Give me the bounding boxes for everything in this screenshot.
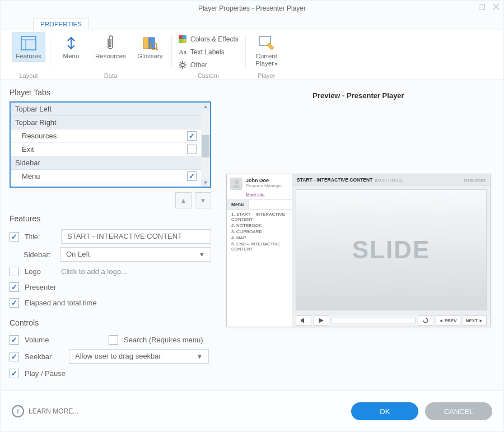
titlebar: Player Properties - Presenter Player [1,1,503,16]
preview-controls: ◄ PREV NEXT ► [292,314,490,327]
maximize-icon[interactable] [478,3,486,11]
list-item[interactable]: 1. START – INTERACTIVE CONTENT [231,212,287,222]
checkbox-resources[interactable] [187,131,197,141]
player-tabs-list[interactable]: Topbar Left Topbar Right Resources Exit [10,101,211,188]
scroll-thumb[interactable] [202,135,209,157]
prev-button[interactable]: ◄ PREV [436,315,460,326]
svg-point-15 [181,63,184,67]
seekbar-select[interactable]: Allow user to drag seekbar ▼ [69,349,209,364]
slide-placeholder: SLIDE [352,236,431,264]
glossary-button[interactable]: Glossary [133,32,167,62]
more-info-link[interactable]: More info [227,191,292,199]
menu-label: Menu [63,53,80,59]
sidebar-select[interactable]: On Left ▼ [60,247,211,262]
chevron-down-icon: ▼ [199,247,205,262]
ribbon: Features Layout Menu Resources [1,30,503,80]
current-player-button[interactable]: Current Player ▾ [250,32,283,69]
list-row-menu[interactable]: Menu [11,170,201,183]
move-up-button[interactable]: ▲ [175,192,192,208]
scroll-down-icon[interactable]: ▼ [201,179,210,187]
checkbox-elapsed[interactable] [10,298,19,308]
list-row-topbar-right[interactable]: Topbar Right [11,116,201,129]
preview-menu-tab[interactable]: Menu [227,200,249,209]
list-scrollbar[interactable]: ▲ ▼ [201,103,210,187]
logo-label: Logo [25,267,55,276]
preview-timecode: (00:10 / 00:10) [375,178,402,183]
wrench-icon [259,35,274,51]
ribbon-group-custom: Colors & Effects Aa Text Labels Other Cu… [171,30,245,80]
learn-more-label: LEARN MORE... [29,407,78,415]
move-down-button[interactable]: ▼ [195,192,211,208]
checkbox-seekbar[interactable] [10,352,19,361]
scroll-up-icon[interactable]: ▲ [201,103,210,110]
checkbox-title[interactable] [10,232,19,241]
next-button[interactable]: NEXT ► [463,315,487,326]
play-icon[interactable] [314,315,329,326]
checkbox-logo[interactable] [10,267,19,276]
volume-icon[interactable] [296,315,311,326]
resources-button[interactable]: Resources [91,32,130,62]
other-label: Other [190,61,207,69]
text-labels-label: Text Labels [190,48,225,56]
checkbox-menu[interactable] [187,171,197,181]
svg-line-22 [184,62,185,63]
paperclip-icon [102,35,118,51]
title-input[interactable] [61,229,211,244]
tabstrip: PROPERTIES [1,16,503,30]
menu-button[interactable]: Menu [54,32,88,62]
learn-more-link[interactable]: i LEARN MORE... [12,405,78,417]
list-item[interactable]: 2. NOTEBOOK [231,223,287,228]
ok-button[interactable]: OK [351,402,418,420]
cancel-button[interactable]: CANCEL [425,402,492,420]
label-menu-row: Menu [22,172,40,180]
list-item[interactable]: 4. MAP [231,235,287,240]
presenter-name: John Doe [246,178,282,183]
checkbox-presenter[interactable] [10,282,19,292]
seekbar-label: Seekbar [25,352,55,361]
features-label: Features [16,53,41,59]
svg-rect-12 [183,35,186,39]
sidebar-label: Sidebar: [24,250,54,259]
list-item[interactable]: 5. END – INTERACTIVE CONTENT [231,241,287,252]
preview-resources-link[interactable]: Resources [464,178,486,183]
list-row-sidebar[interactable]: Sidebar [11,156,201,170]
window-title: Player Properties - Presenter Player [198,4,306,12]
features-button[interactable]: Features [12,32,45,62]
svg-rect-0 [479,4,484,10]
checkbox-play[interactable] [10,369,19,378]
close-icon[interactable] [492,3,500,11]
palette-icon [178,35,187,44]
svg-line-20 [180,62,181,63]
checkbox-exit[interactable] [187,145,197,154]
volume-label: Volume [25,336,103,344]
svg-line-10 [156,48,158,50]
list-row-exit[interactable]: Exit [11,143,201,156]
tab-properties[interactable]: PROPERTIES [33,18,89,30]
title-label: Title: [25,233,55,241]
list-row-resources[interactable]: Resources [11,129,201,143]
colors-effects-button[interactable]: Colors & Effects [176,34,241,45]
avatar-icon [230,178,242,190]
preview-seekbar[interactable] [332,318,416,323]
replay-icon[interactable] [418,315,433,326]
preview-menu-list: 1. START – INTERACTIVE CONTENT 2. NOTEBO… [227,210,292,255]
seekbar-value: Allow user to drag seekbar [75,349,161,364]
player-tabs-heading: Player Tabs [10,88,211,97]
list-item[interactable]: 3. CLIPBOARD [231,229,287,234]
label-topbar-right: Topbar Right [15,118,57,127]
player-preview: John Doe Program Manager More info Menu … [226,174,491,327]
group-data-label: Data [104,72,117,80]
text-labels-button[interactable]: Aa Text Labels [176,47,241,58]
list-row-topbar-left[interactable]: Topbar Left [11,103,201,116]
features-heading: Features [10,214,211,223]
other-button[interactable]: Other [176,59,241,71]
ribbon-group-data: Menu Resources Glossary Data [50,30,171,80]
svg-marker-28 [426,318,427,319]
checkbox-search[interactable] [109,335,118,345]
svg-marker-26 [301,318,304,323]
menu-icon [63,35,79,51]
logo-hint[interactable]: Click to add a logo... [61,267,127,276]
checkbox-volume[interactable] [10,335,19,345]
gear-icon [178,61,187,69]
svg-rect-11 [179,35,183,39]
